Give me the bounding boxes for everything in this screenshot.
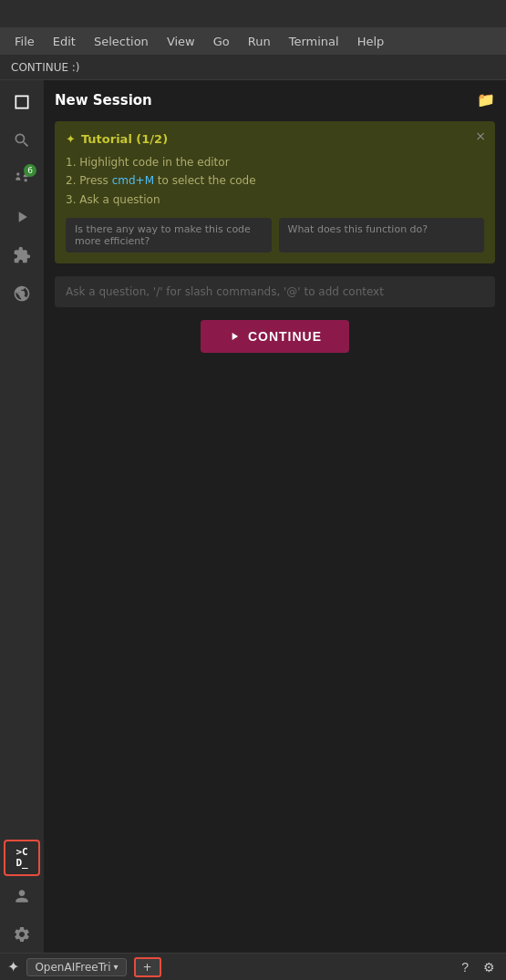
continue-cd-label2: D_	[15, 858, 27, 869]
tutorial-box: ✦ Tutorial (1/2) × 1. Highlight code in …	[55, 121, 495, 263]
session-title: New Session	[55, 92, 152, 108]
tutorial-close-button[interactable]: ×	[475, 129, 486, 143]
continue-button[interactable]: CONTINUE	[201, 320, 349, 353]
menu-terminal[interactable]: Terminal	[282, 33, 346, 50]
tutorial-suggestions: Is there any way to make this code more …	[66, 218, 484, 253]
account-icon[interactable]	[4, 878, 40, 914]
breadcrumb-text: CONTINUE :)	[11, 61, 80, 74]
ask-placeholder-text: Ask a question, '/' for slash commands, …	[66, 285, 384, 298]
explorer-icon[interactable]	[4, 84, 40, 120]
tutorial-step-1: 1. Highlight code in the editor	[66, 153, 484, 171]
add-model-button[interactable]: +	[134, 957, 161, 977]
panel-content: New Session 📁 ✦ Tutorial (1/2) × 1. High…	[44, 80, 506, 953]
settings-button-bottom[interactable]: ⚙	[480, 958, 499, 976]
menu-run[interactable]: Run	[241, 33, 278, 50]
folder-icon[interactable]: 📁	[477, 91, 495, 108]
settings-icon[interactable]	[4, 916, 40, 953]
continue-button-label: CONTINUE	[248, 329, 322, 344]
tutorial-step-2: 2. Press cmd+M to select the code	[66, 171, 484, 190]
ask-input-area[interactable]: Ask a question, '/' for slash commands, …	[55, 276, 495, 307]
source-control-icon[interactable]: 6	[4, 160, 40, 197]
main-layout: 6 >C D_ New Session 📁	[0, 80, 506, 953]
search-icon[interactable]	[4, 122, 40, 159]
menu-view[interactable]: View	[160, 33, 202, 50]
suggestion-chip-2[interactable]: What does this function do?	[279, 218, 485, 253]
breadcrumb: CONTINUE :)	[0, 55, 506, 80]
settings-icon-bottom: ⚙	[483, 960, 495, 975]
bottom-bar: ✦ OpenAIFreeTri ▾ + ? ⚙	[0, 953, 506, 980]
run-debug-icon[interactable]	[4, 199, 40, 235]
help-button[interactable]: ?	[458, 958, 472, 976]
help-icon: ?	[461, 960, 469, 975]
sparkle-icon-bottom: ✦	[7, 958, 19, 975]
tutorial-steps: 1. Highlight code in the editor 2. Press…	[66, 153, 484, 209]
menu-help[interactable]: Help	[350, 33, 392, 50]
model-selector[interactable]: OpenAIFreeTri ▾	[26, 958, 126, 976]
session-panel: New Session 📁 ✦ Tutorial (1/2) × 1. High…	[44, 80, 506, 953]
session-header: New Session 📁	[55, 91, 495, 108]
menu-selection[interactable]: Selection	[87, 33, 156, 50]
activity-bar: 6 >C D_	[0, 80, 44, 953]
title-bar	[0, 0, 506, 27]
suggestion-chip-1[interactable]: Is there any way to make this code more …	[66, 218, 272, 253]
tutorial-shortcut: cmd+M	[112, 174, 154, 187]
menu-bar: File Edit Selection View Go Run Terminal…	[0, 27, 506, 55]
model-name: OpenAIFreeTri	[35, 961, 110, 974]
continue-cd-icon[interactable]: >C D_	[4, 840, 40, 876]
add-model-label: +	[143, 961, 152, 974]
menu-go[interactable]: Go	[206, 33, 237, 50]
tutorial-label: Tutorial (1/2)	[81, 132, 168, 146]
extensions-icon[interactable]	[4, 237, 40, 273]
tutorial-header: ✦ Tutorial (1/2)	[66, 132, 484, 146]
model-dropdown-icon: ▾	[114, 962, 119, 972]
menu-file[interactable]: File	[7, 33, 42, 50]
remote-icon[interactable]	[4, 275, 40, 312]
source-control-badge: 6	[24, 164, 36, 177]
menu-edit[interactable]: Edit	[46, 33, 83, 50]
sparkle-icon: ✦	[66, 132, 76, 146]
tutorial-step-3: 3. Ask a question	[66, 191, 484, 209]
